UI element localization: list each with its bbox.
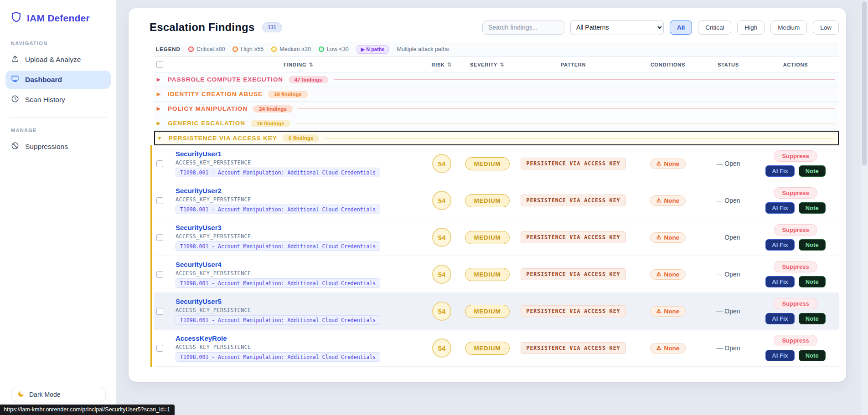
warning-icon: ⚠: [656, 308, 661, 314]
expand-arrow-icon[interactable]: ▶: [155, 120, 162, 126]
filter-button-critical[interactable]: Critical: [698, 20, 731, 35]
group-divider-line: [334, 79, 835, 80]
filter-button-low[interactable]: Low: [813, 20, 839, 35]
status-text: — Open: [716, 234, 740, 241]
suppress-button[interactable]: Suppress: [774, 335, 817, 346]
brand-name: IAM Defender: [27, 13, 90, 24]
note-button[interactable]: Note: [799, 165, 826, 177]
suppress-button[interactable]: Suppress: [774, 150, 817, 162]
browser-scrollbar[interactable]: [861, 0, 868, 415]
filter-button-high[interactable]: High: [737, 20, 765, 35]
group-count-badge: 18 findings: [268, 91, 308, 98]
group-row-identity-creation-abuse[interactable]: ▶ IDENTITY CREATION ABUSE 18 findings: [154, 87, 839, 102]
group-row-generic-escalation[interactable]: ▶ GENERIC ESCALATION 16 findings: [154, 116, 839, 131]
row-checkbox[interactable]: [156, 160, 163, 167]
ai-fix-button[interactable]: AI Fix: [765, 202, 794, 214]
column-header-finding[interactable]: FINDING⇅: [173, 61, 424, 68]
sidebar-item-dashboard[interactable]: Dashboard: [5, 71, 111, 89]
ai-fix-button[interactable]: AI Fix: [765, 313, 794, 324]
expand-arrow-icon[interactable]: ▶: [155, 106, 162, 112]
ai-fix-button[interactable]: AI Fix: [765, 350, 794, 361]
status-text: — Open: [716, 197, 740, 204]
risk-score-badge: 54: [432, 191, 451, 210]
severity-badge: MEDIUM: [465, 305, 510, 318]
dashboard-monitor-icon: [11, 75, 19, 85]
main-content: Escalation Findings 111 All Patterns All…: [117, 0, 868, 415]
legend-item-medium: Medium ≥30: [271, 46, 311, 52]
finding-row-securityuser4: SecurityUser4 ACCESS_KEY_PERSISTENCE T10…: [154, 256, 839, 293]
expand-arrow-icon[interactable]: ▼: [156, 135, 163, 141]
finding-name-link[interactable]: SecurityUser5: [176, 297, 222, 305]
ai-fix-button[interactable]: AI Fix: [765, 239, 794, 251]
sort-icon[interactable]: ⇅: [500, 61, 505, 68]
scrollbar-thumb[interactable]: [862, 1, 867, 165]
finding-subtype: ACCESS_KEY_PERSISTENCE: [176, 344, 251, 350]
row-checkbox[interactable]: [156, 308, 163, 315]
column-header-conditions: CONDITIONS: [631, 62, 704, 67]
dark-mode-toggle[interactable]: Dark Mode: [11, 387, 106, 402]
select-all-checkbox[interactable]: [156, 61, 163, 68]
finding-name-link[interactable]: SecurityUser2: [176, 187, 222, 195]
sidebar-item-suppressions[interactable]: Suppressions: [5, 138, 111, 156]
mitre-technique-badge: T1098.001 - Account Manipulation: Additi…: [176, 315, 380, 325]
ai-fix-button[interactable]: AI Fix: [765, 165, 794, 177]
sidebar-item-upload-analyze[interactable]: Upload & Analyze: [5, 51, 111, 69]
finding-subtype: ACCESS_KEY_PERSISTENCE: [176, 233, 251, 240]
finding-name-link[interactable]: AccessKeyRole: [176, 334, 227, 342]
warning-icon: ⚠: [656, 345, 661, 351]
row-checkbox[interactable]: [156, 197, 163, 204]
note-button[interactable]: Note: [799, 276, 826, 287]
finding-name-link[interactable]: SecurityUser1: [176, 150, 222, 158]
note-button[interactable]: Note: [799, 350, 826, 361]
finding-name-link[interactable]: SecurityUser4: [176, 261, 222, 268]
group-row-persistence-via-access-key[interactable]: ▼ PERSISTENCE VIA ACCESS KEY 6 findings: [154, 131, 839, 145]
filter-button-all[interactable]: All: [670, 20, 692, 35]
mitre-technique-badge: T1098.001 - Account Manipulation: Additi…: [176, 205, 380, 214]
group-count-badge: 24 findings: [253, 105, 293, 113]
ai-fix-button[interactable]: AI Fix: [765, 276, 794, 287]
mitre-technique-badge: T1098.001 - Account Manipulation: Additi…: [176, 278, 380, 288]
shield-logo-icon: [10, 11, 22, 25]
legend-item-critical: Critical ≥80: [188, 46, 225, 52]
column-header-risk[interactable]: RISK⇅: [424, 61, 460, 68]
note-button[interactable]: Note: [799, 202, 826, 214]
severity-badge: MEDIUM: [465, 157, 510, 170]
row-checkbox[interactable]: [156, 345, 163, 352]
group-row-policy-manipulation[interactable]: ▶ POLICY MANIPULATION 24 findings: [154, 102, 839, 116]
suppress-button[interactable]: Suppress: [774, 187, 817, 199]
row-checkbox[interactable]: [156, 271, 163, 278]
finding-subtype: ACCESS_KEY_PERSISTENCE: [176, 270, 251, 277]
pattern-filter-select[interactable]: All Patterns: [570, 20, 664, 35]
group-divider-line: [298, 108, 835, 109]
finding-name-link[interactable]: SecurityUser3: [176, 224, 222, 231]
column-header-severity[interactable]: SEVERITY⇅: [460, 61, 515, 68]
group-divider-line: [313, 94, 835, 94]
warning-icon: ⚠: [656, 160, 661, 167]
suppress-button[interactable]: Suppress: [774, 224, 817, 236]
sort-icon[interactable]: ⇅: [447, 61, 452, 68]
severity-badge: MEDIUM: [465, 231, 510, 244]
row-checkbox[interactable]: [156, 234, 163, 241]
table-header-row: FINDING⇅ RISK⇅ SEVERITY⇅ PATTERN CONDITI…: [154, 57, 839, 72]
medium-dot-icon: [271, 46, 277, 52]
sidebar-item-scan-history[interactable]: Scan History: [5, 91, 111, 109]
group-count-badge: 16 findings: [251, 120, 290, 127]
note-button[interactable]: Note: [799, 239, 826, 251]
expand-arrow-icon[interactable]: ▶: [155, 77, 162, 82]
conditions-badge: ⚠None: [650, 232, 686, 243]
expand-arrow-icon[interactable]: ▶: [155, 91, 162, 97]
note-button[interactable]: Note: [799, 313, 826, 324]
sort-icon[interactable]: ⇅: [309, 61, 314, 68]
group-row-passrole-compute-execution[interactable]: ▶ PASSROLE COMPUTE EXECUTION 47 findings: [154, 72, 839, 87]
risk-score-badge: 54: [432, 228, 451, 247]
status-text: — Open: [716, 307, 740, 315]
mitre-technique-badge: T1098.001 - Account Manipulation: Additi…: [176, 241, 380, 251]
column-header-status: STATUS: [704, 62, 752, 67]
search-input[interactable]: [482, 20, 564, 35]
brand: IAM Defender: [0, 0, 116, 25]
manage-section-label: MANAGE: [11, 128, 116, 133]
expanded-group-section: SecurityUser1 ACCESS_KEY_PERSISTENCE T10…: [150, 145, 839, 367]
suppress-button[interactable]: Suppress: [774, 261, 817, 272]
filter-button-medium[interactable]: Medium: [770, 20, 807, 35]
suppress-button[interactable]: Suppress: [774, 298, 817, 309]
